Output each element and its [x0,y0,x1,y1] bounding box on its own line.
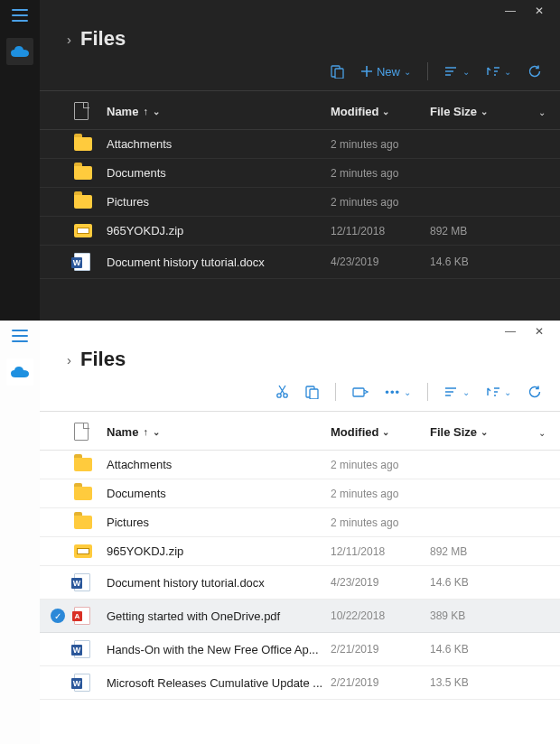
file-row[interactable]: Pictures2 minutes ago [40,188,560,217]
file-list: Attachments2 minutes agoDocuments2 minut… [40,451,560,700]
column-modified[interactable]: Modified⌄ [331,105,430,118]
chevron-down-icon: ⌄ [153,427,160,437]
column-name[interactable]: Name↑⌄ [107,425,331,439]
column-filesize[interactable]: File Size⌄ [430,105,520,118]
file-modified: 10/22/2018 [331,609,430,622]
file-row[interactable]: Attachments2 minutes ago [40,451,560,479]
file-size: 13.5 KB [430,676,520,689]
file-row[interactable]: Document history tutorial.docx4/23/20191… [40,566,560,600]
zip-icon [74,544,92,558]
onedrive-icon[interactable] [6,38,33,65]
file-row[interactable]: Pictures2 minutes ago [40,508,560,537]
file-row[interactable]: Microsoft Releases Cumulative Update ...… [40,666,560,700]
refresh-button[interactable] [524,61,546,81]
chevron-down-icon: ⌄ [404,67,411,77]
svg-rect-1 [335,69,343,79]
column-name[interactable]: Name↑⌄ [107,105,331,118]
column-headers: Name↑⌄ Modified⌄ File Size⌄ ⌄ [40,412,560,451]
chevron-down-icon: ⌄ [481,107,488,116]
file-row[interactable]: Document history tutorial.docx4/23/20191… [40,246,560,279]
file-row[interactable]: Documents2 minutes ago [40,159,560,188]
chevron-right-icon[interactable]: › [67,32,71,47]
docx-icon [74,573,90,591]
chevron-down-icon: ⌄ [153,107,160,116]
minimize-button[interactable]: — [504,5,517,17]
chevron-down-icon: ⌄ [462,387,470,397]
file-name[interactable]: Getting started with OneDrive.pdf [107,609,331,623]
file-name[interactable]: Document history tutorial.docx [107,576,331,590]
hamburger-menu-icon[interactable] [12,330,28,342]
folder-icon [74,166,92,180]
file-name[interactable]: Documents [107,487,331,500]
chevron-down-icon: ⌄ [382,107,389,116]
copy-button[interactable] [302,382,322,402]
paste-button[interactable] [327,61,348,81]
file-name[interactable]: Pictures [107,195,331,209]
file-modified: 2 minutes ago [331,138,430,151]
file-type-icon[interactable] [74,423,89,441]
file-row[interactable]: 965YOKDJ.zip12/11/2018892 MB [40,537,560,566]
file-size: 14.6 KB [430,576,520,589]
column-modified[interactable]: Modified⌄ [331,425,430,439]
file-size: 892 MB [430,545,520,558]
file-row[interactable]: ✓Getting started with OneDrive.pdf10/22/… [40,600,560,633]
chevron-down-icon: ⌄ [504,67,511,77]
sort-button[interactable]: ⌄ [441,63,473,79]
toolbar-divider [335,383,336,401]
file-list: Attachments2 minutes agoDocuments2 minut… [40,130,560,279]
sort-options-button[interactable]: ⌄ [482,63,515,79]
new-label: New [377,65,400,79]
minimize-button[interactable]: — [504,325,517,338]
sidebar [0,321,40,744]
file-name[interactable]: Pictures [107,516,331,529]
file-type-icon[interactable] [74,102,89,120]
sort-up-icon: ↑ [143,106,148,116]
column-more[interactable]: ⌄ [520,425,546,439]
file-name[interactable]: Microsoft Releases Cumulative Update ... [107,676,331,690]
file-name[interactable]: Attachments [107,458,331,471]
close-button[interactable]: ✕ [533,5,546,17]
zip-icon [74,224,92,237]
close-button[interactable]: ✕ [533,325,546,338]
file-modified: 2/21/2019 [331,643,430,656]
chevron-down-icon: ⌄ [504,387,511,397]
file-name[interactable]: 965YOKDJ.zip [107,224,331,237]
file-modified: 4/23/2019 [331,576,430,589]
more-button[interactable]: •••⌄ [381,383,415,402]
file-modified: 2/21/2019 [331,676,430,689]
hamburger-menu-icon[interactable] [12,9,28,22]
file-row[interactable]: Attachments2 minutes ago [40,130,560,159]
file-modified: 12/11/2018 [331,545,430,558]
file-modified: 4/23/2019 [331,256,430,268]
page-title: Files [80,348,126,371]
docx-icon [74,253,90,271]
svg-rect-5 [310,389,318,399]
file-name[interactable]: Hands-On with the New Free Office Ap... [107,643,331,656]
share-button[interactable] [349,383,372,401]
file-row[interactable]: Documents2 minutes ago [40,479,560,508]
selected-check-icon[interactable]: ✓ [51,609,65,623]
column-more[interactable]: ⌄ [520,105,546,118]
refresh-button[interactable] [524,382,546,402]
file-name[interactable]: Attachments [107,137,331,151]
file-name[interactable]: Documents [107,166,331,180]
column-filesize[interactable]: File Size⌄ [430,425,520,439]
sort-up-icon: ↑ [143,426,148,437]
file-name[interactable]: 965YOKDJ.zip [107,544,331,558]
cut-button[interactable] [272,382,293,402]
pdf-icon [74,607,90,625]
new-button[interactable]: New ⌄ [357,62,415,81]
file-row[interactable]: 965YOKDJ.zip12/11/2018892 MB [40,217,560,246]
onedrive-icon[interactable] [6,358,33,386]
sort-button[interactable]: ⌄ [441,384,473,400]
toolbar: New ⌄ ⌄ ⌄ [40,54,560,91]
file-name[interactable]: Document history tutorial.docx [107,256,331,269]
file-row[interactable]: Hands-On with the New Free Office Ap...2… [40,633,560,666]
file-size: 892 MB [430,225,520,237]
svg-rect-6 [353,388,364,396]
sort-options-button[interactable]: ⌄ [482,384,515,400]
toolbar: •••⌄ ⌄ ⌄ [40,375,560,412]
titlebar: — ✕ [40,0,560,22]
chevron-right-icon[interactable]: › [67,352,71,367]
file-modified: 2 minutes ago [331,459,430,471]
